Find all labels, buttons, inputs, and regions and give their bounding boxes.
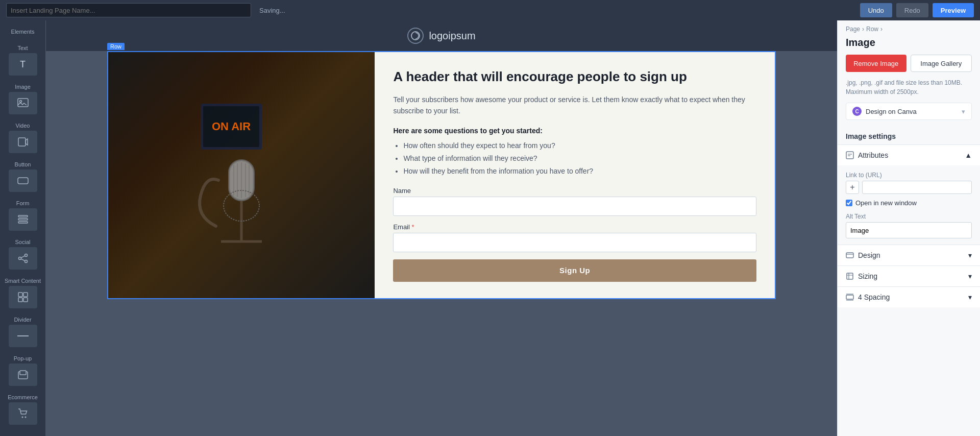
svg-rect-36 — [846, 253, 853, 258]
form-icon[interactable] — [9, 208, 37, 231]
undo-button[interactable]: Undo — [860, 3, 892, 17]
panel-title: Image — [838, 35, 980, 55]
link-input-row: + — [846, 181, 972, 194]
button-icon[interactable] — [9, 169, 37, 192]
sidebar-item-text[interactable]: Text T — [0, 41, 45, 80]
signup-button[interactable]: Sign Up — [393, 259, 756, 282]
panel-button-row: Remove Image Image Gallery — [838, 55, 980, 78]
microphone-image[interactable]: ON AIR — [108, 52, 375, 298]
spacing-accordion-header[interactable]: 4 Spacing ▾ — [838, 287, 980, 307]
design-accordion: Design ▾ — [838, 245, 980, 265]
alt-text-label: Alt Text — [846, 213, 972, 220]
svg-rect-13 — [23, 298, 28, 302]
questions-header: Here are some questions to get you start… — [393, 125, 756, 136]
popup-icon[interactable] — [9, 364, 37, 386]
image-hint-text: .jpg, .png, .gif and file size less than… — [838, 78, 980, 103]
breadcrumb-row[interactable]: Row — [866, 26, 878, 33]
link-url-label: Link to (URL) — [846, 172, 972, 179]
logo-text: logoipsum — [429, 30, 475, 42]
open-new-window-label: Open in new window — [855, 199, 917, 207]
open-new-window-row: Open in new window — [846, 199, 972, 207]
spacing-icon — [846, 293, 854, 301]
name-label: Name — [393, 187, 756, 195]
video-icon[interactable] — [9, 131, 37, 153]
right-panel: Page › Row › Image Remove Image Image Ga… — [837, 20, 980, 436]
image-gallery-button[interactable]: Image Gallery — [911, 55, 972, 72]
sidebar-item-video[interactable]: Video — [0, 118, 45, 157]
list-item: What type of information will they recei… — [403, 153, 756, 164]
list-item: How often should they expect to hear fro… — [403, 140, 756, 151]
canva-logo: C — [852, 107, 862, 116]
svg-point-9 — [24, 260, 27, 263]
attributes-accordion: Attributes ▲ Link to (URL) + Open in new… — [838, 144, 980, 245]
attributes-body: Link to (URL) + Open in new window Alt T… — [838, 165, 980, 245]
sizing-accordion: Sizing ▾ — [838, 265, 980, 286]
svg-point-7 — [24, 254, 27, 257]
row-wrapper: Row ON AIR — [107, 51, 776, 299]
sidebar-item-popup[interactable]: Pop-up — [0, 351, 45, 390]
sizing-icon — [846, 272, 854, 280]
breadcrumb-page[interactable]: Page — [846, 26, 860, 33]
svg-rect-3 — [18, 178, 28, 184]
attributes-icon — [846, 151, 854, 159]
url-input[interactable] — [862, 181, 972, 194]
alt-text-input[interactable] — [846, 222, 972, 238]
sidebar-item-image[interactable]: Image — [0, 80, 45, 118]
sidebar-item-smart-content[interactable]: Smart Content — [0, 274, 45, 312]
sizing-label: Sizing — [858, 272, 877, 280]
sidebar-item-divider[interactable]: Divider — [0, 312, 45, 351]
remove-image-button[interactable]: Remove Image — [846, 55, 906, 72]
add-link-button[interactable]: + — [846, 181, 859, 194]
expand-icon: ▾ — [968, 272, 972, 280]
design-icon — [846, 251, 854, 259]
name-input[interactable] — [393, 197, 756, 216]
design-label: Design — [858, 251, 880, 259]
svg-rect-0 — [18, 99, 28, 107]
spacing-accordion: 4 Spacing ▾ — [838, 286, 980, 307]
svg-rect-6 — [18, 222, 28, 223]
canva-label: Design on Canva — [866, 108, 917, 115]
image-settings-title: Image settings — [838, 128, 980, 144]
sidebar-item-ecommerce[interactable]: Ecommerce — [0, 390, 45, 429]
page-name-input[interactable] — [6, 3, 251, 17]
email-label: Email * — [393, 223, 756, 231]
design-accordion-header[interactable]: Design ▾ — [838, 245, 980, 265]
logo-icon — [407, 28, 424, 44]
canvas-area: logoipsum Row — [46, 20, 837, 436]
smart-content-icon[interactable] — [9, 286, 37, 308]
sidebar-item-form[interactable]: Form — [0, 196, 45, 235]
redo-button[interactable]: Redo — [896, 3, 928, 17]
svg-rect-16 — [20, 371, 26, 375]
attributes-label: Attributes — [858, 151, 888, 159]
image-icon[interactable] — [9, 92, 37, 114]
svg-point-18 — [24, 417, 26, 418]
saving-status: Saving... — [259, 7, 285, 14]
divider-icon[interactable] — [9, 325, 37, 347]
collapse-icon: ▲ — [965, 151, 972, 159]
spacing-label: 4 Spacing — [858, 293, 890, 301]
expand-icon: ▾ — [968, 251, 972, 259]
svg-rect-12 — [18, 298, 22, 302]
svg-rect-33 — [846, 152, 853, 159]
sidebar-item-button[interactable]: Button — [0, 157, 45, 196]
topbar: Saving... Undo Redo Preview — [0, 0, 980, 20]
page-heading: A header that will encourage people to s… — [393, 68, 756, 86]
sidebar-item-social[interactable]: Social — [0, 235, 45, 274]
canva-design-button[interactable]: C Design on Canva ▾ — [846, 103, 972, 120]
list-item: How will they benefit from the informati… — [403, 166, 756, 177]
sizing-accordion-header[interactable]: Sizing ▾ — [838, 266, 980, 286]
logo-bar: logoipsum — [46, 20, 837, 51]
form-column: A header that will encourage people to s… — [375, 52, 775, 298]
email-input[interactable] — [393, 233, 756, 252]
breadcrumb: Page › Row › — [838, 20, 980, 35]
svg-rect-39 — [846, 295, 853, 299]
text-icon[interactable]: T — [9, 53, 37, 76]
preview-button[interactable]: Preview — [933, 3, 974, 17]
attributes-accordion-header[interactable]: Attributes ▲ — [838, 145, 980, 165]
ecommerce-icon[interactable] — [9, 402, 37, 425]
social-icon[interactable] — [9, 247, 37, 270]
svg-point-17 — [21, 417, 23, 418]
svg-text:ON AIR: ON AIR — [212, 120, 251, 133]
left-sidebar: Elements Text T Image Video Button Form — [0, 20, 46, 436]
open-new-window-checkbox[interactable] — [846, 200, 852, 206]
